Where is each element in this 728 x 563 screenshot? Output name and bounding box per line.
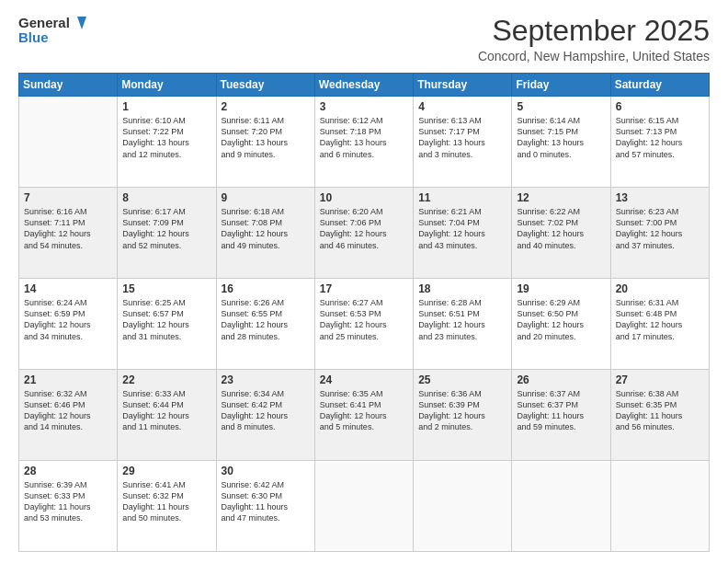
col-saturday: Saturday [610, 74, 709, 97]
cell-info: Sunset: 6:51 PM [418, 308, 506, 319]
cell-info: Daylight: 13 hours [222, 137, 310, 148]
cell-info: and 6 minutes. [320, 149, 408, 160]
cell-info: and 37 minutes. [616, 240, 704, 251]
cell-info: Sunrise: 6:14 AM [517, 115, 605, 126]
cell-info: Sunset: 6:39 PM [418, 399, 506, 410]
svg-marker-0 [77, 17, 86, 29]
cell-info: and 57 minutes. [616, 149, 704, 160]
location: Concord, New Hampshire, United States [478, 49, 710, 63]
calendar-week-row: 7Sunrise: 6:16 AMSunset: 7:11 PMDaylight… [19, 188, 710, 279]
table-row: 8Sunrise: 6:17 AMSunset: 7:09 PMDaylight… [118, 188, 216, 279]
cell-info: Sunset: 7:11 PM [24, 217, 112, 228]
table-row: 16Sunrise: 6:26 AMSunset: 6:55 PMDayligh… [216, 279, 314, 370]
cell-info: Sunrise: 6:35 AM [320, 388, 408, 399]
cell-info: Sunset: 7:09 PM [122, 217, 210, 228]
cell-info: Sunrise: 6:18 AM [222, 206, 310, 217]
cell-info: and 23 minutes. [418, 331, 506, 342]
cell-info: Sunset: 6:57 PM [122, 308, 210, 319]
cell-info: Daylight: 12 hours [122, 410, 210, 421]
cell-info: Sunrise: 6:29 AM [517, 297, 605, 308]
cell-info: Sunset: 7:22 PM [122, 126, 210, 137]
day-number: 29 [122, 465, 210, 477]
cell-info: and 50 minutes. [122, 512, 210, 523]
cell-info: Sunrise: 6:13 AM [418, 115, 506, 126]
cell-info: and 12 minutes. [122, 149, 210, 160]
cell-info: Sunrise: 6:11 AM [222, 115, 310, 126]
day-number: 23 [222, 373, 310, 386]
day-number: 6 [616, 100, 704, 113]
cell-info: Sunset: 6:41 PM [320, 399, 408, 410]
day-number: 30 [222, 465, 310, 477]
cell-info: Daylight: 11 hours [616, 410, 704, 421]
day-number: 15 [122, 282, 210, 295]
cell-info: and 53 minutes. [24, 512, 112, 523]
cell-info: Daylight: 12 hours [320, 228, 408, 239]
col-tuesday: Tuesday [216, 74, 314, 97]
cell-info: Daylight: 12 hours [122, 228, 210, 239]
cell-info: Daylight: 12 hours [222, 228, 310, 239]
table-row: 11Sunrise: 6:21 AMSunset: 7:04 PMDayligh… [414, 188, 512, 279]
cell-info: and 14 minutes. [24, 421, 112, 432]
cell-info: Sunrise: 6:16 AM [24, 206, 112, 217]
cell-info: Sunrise: 6:26 AM [222, 297, 310, 308]
day-number: 9 [222, 191, 310, 204]
cell-info: Daylight: 13 hours [122, 137, 210, 148]
table-row [610, 461, 709, 552]
cell-info: and 46 minutes. [320, 240, 408, 251]
cell-info: Sunrise: 6:24 AM [24, 297, 112, 308]
page: General Blue September 2025 Concord, New… [0, 0, 728, 563]
cell-info: Daylight: 12 hours [222, 319, 310, 330]
cell-info: Sunrise: 6:33 AM [122, 388, 210, 399]
table-row [512, 461, 610, 552]
table-row: 19Sunrise: 6:29 AMSunset: 6:50 PMDayligh… [512, 279, 610, 370]
day-number: 20 [616, 282, 704, 295]
cell-info: Sunset: 6:59 PM [24, 308, 112, 319]
day-number: 18 [418, 282, 506, 295]
cell-info: and 17 minutes. [616, 331, 704, 342]
cell-info: Sunrise: 6:38 AM [616, 388, 704, 399]
table-row: 15Sunrise: 6:25 AMSunset: 6:57 PMDayligh… [118, 279, 216, 370]
cell-info: Sunrise: 6:10 AM [122, 115, 210, 126]
cell-info: Daylight: 11 hours [24, 501, 112, 512]
cell-info: Daylight: 12 hours [320, 410, 408, 421]
cell-info: Sunrise: 6:32 AM [24, 388, 112, 399]
cell-info: Sunrise: 6:21 AM [418, 206, 506, 217]
cell-info: and 31 minutes. [122, 331, 210, 342]
cell-info: Daylight: 12 hours [24, 319, 112, 330]
cell-info: and 47 minutes. [222, 512, 310, 523]
cell-info: Daylight: 12 hours [418, 319, 506, 330]
header: General Blue September 2025 Concord, New… [18, 15, 710, 63]
cell-info: and 2 minutes. [418, 421, 506, 432]
cell-info: and 25 minutes. [320, 331, 408, 342]
cell-info: Daylight: 12 hours [24, 410, 112, 421]
cell-info: and 28 minutes. [222, 331, 310, 342]
day-number: 13 [616, 191, 704, 204]
cell-info: and 34 minutes. [24, 331, 112, 342]
table-row: 1Sunrise: 6:10 AMSunset: 7:22 PMDaylight… [118, 97, 216, 188]
table-row: 17Sunrise: 6:27 AMSunset: 6:53 PMDayligh… [314, 279, 413, 370]
cell-info: Sunrise: 6:25 AM [122, 297, 210, 308]
cell-info: Sunset: 7:20 PM [222, 126, 310, 137]
table-row [314, 461, 413, 552]
table-row [19, 97, 118, 188]
table-row: 26Sunrise: 6:37 AMSunset: 6:37 PMDayligh… [512, 370, 610, 461]
table-row: 5Sunrise: 6:14 AMSunset: 7:15 PMDaylight… [512, 97, 610, 188]
cell-info: Sunset: 7:00 PM [616, 217, 704, 228]
cell-info: Daylight: 12 hours [222, 410, 310, 421]
day-number: 25 [418, 373, 506, 386]
calendar-table: Sunday Monday Tuesday Wednesday Thursday… [18, 73, 710, 552]
cell-info: and 52 minutes. [122, 240, 210, 251]
table-row: 12Sunrise: 6:22 AMSunset: 7:02 PMDayligh… [512, 188, 610, 279]
cell-info: Sunset: 7:08 PM [222, 217, 310, 228]
cell-info: Sunrise: 6:41 AM [122, 479, 210, 490]
table-row: 25Sunrise: 6:36 AMSunset: 6:39 PMDayligh… [414, 370, 512, 461]
title-block: September 2025 Concord, New Hampshire, U… [478, 15, 710, 63]
cell-info: Sunset: 7:13 PM [616, 126, 704, 137]
cell-info: Sunrise: 6:31 AM [616, 297, 704, 308]
col-monday: Monday [118, 74, 216, 97]
day-number: 12 [517, 191, 605, 204]
cell-info: Sunrise: 6:34 AM [222, 388, 310, 399]
table-row: 2Sunrise: 6:11 AMSunset: 7:20 PMDaylight… [216, 97, 314, 188]
day-number: 3 [320, 100, 408, 113]
day-number: 16 [222, 282, 310, 295]
